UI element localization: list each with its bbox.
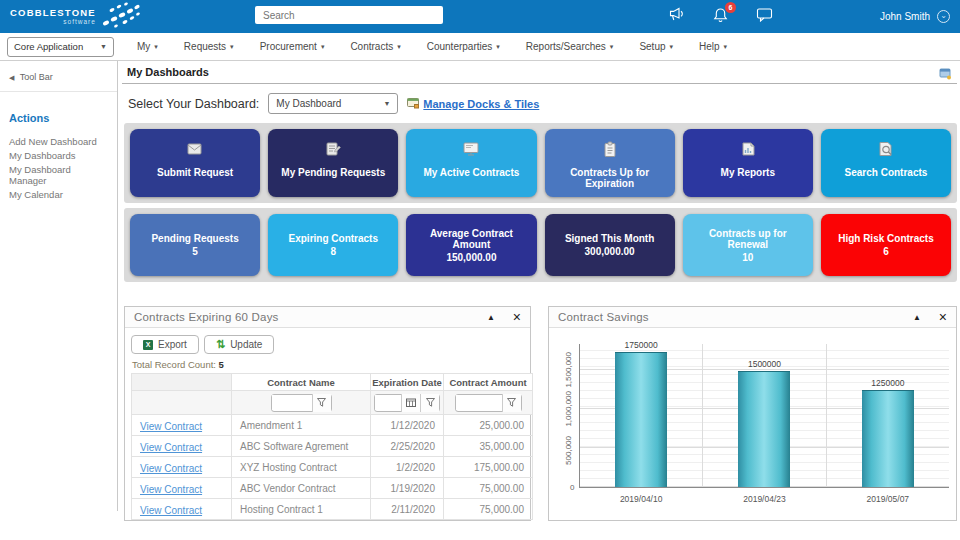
metric-value: 150,000.00 xyxy=(406,252,536,263)
export-button[interactable]: X Export xyxy=(131,335,199,354)
tile-search-contracts[interactable]: Search Contracts xyxy=(821,129,951,197)
bar-value-label: 1250000 xyxy=(871,378,904,388)
collapse-panel-icon[interactable]: ▲ xyxy=(913,313,921,322)
filter-icon[interactable] xyxy=(502,394,521,412)
tile-contracts-up-for-expiration[interactable]: Contracts Up for Expiration xyxy=(545,129,675,197)
chart-category: 1750000 2019/04/10 xyxy=(580,344,702,487)
tile-contracts-up-for-renewal[interactable]: Contracts up for Renewal 10 xyxy=(683,214,813,276)
contract-name-cell: Hosting Contract 1 xyxy=(232,499,371,520)
sidebar-item-my-calendar[interactable]: My Calendar xyxy=(0,187,117,201)
chart-bar[interactable]: 1750000 xyxy=(615,352,667,487)
tile-signed-this-month[interactable]: Signed This Month 300,000.00 xyxy=(545,214,675,276)
dashboard-select-label: Select Your Dashboard: xyxy=(128,97,259,111)
expiration-date-cell: 1/12/2020 xyxy=(371,415,444,436)
collapse-left-icon: ◀ xyxy=(9,74,14,81)
view-contract-link[interactable]: View Contract xyxy=(140,442,202,453)
contract-name-filter-input[interactable] xyxy=(272,395,312,410)
sidebar: ◀ Tool Bar Actions Add New Dashboard My … xyxy=(0,61,118,511)
tile-average-contract-amount[interactable]: Average Contract Amount 150,000.00 xyxy=(406,214,536,276)
search-input[interactable] xyxy=(255,6,443,24)
chart-bar[interactable]: 1250000 xyxy=(862,390,914,487)
expiration-date-cell: 2/11/2020 xyxy=(371,499,444,520)
expiration-date-cell: 2/25/2020 xyxy=(371,436,444,457)
update-button[interactable]: ⇅ Update xyxy=(204,335,274,354)
y-axis-zero: 0 xyxy=(570,483,574,492)
total-record-count-label: Total Record Count: xyxy=(132,359,216,370)
sidebar-item-add-new-dashboard[interactable]: Add New Dashboard xyxy=(0,134,117,148)
table-row: View Contract Amendment 1 1/12/2020 25,0… xyxy=(132,415,533,436)
announcements-icon[interactable] xyxy=(668,7,685,26)
menu-item-help[interactable]: Help▾ xyxy=(686,41,740,52)
menu-item-procurement[interactable]: Procurement▾ xyxy=(247,41,338,52)
menu-item-my[interactable]: My▾ xyxy=(124,41,171,52)
view-contract-link[interactable]: View Contract xyxy=(140,484,202,495)
sidebar-item-my-dashboard-manager[interactable]: My Dashboard Manager xyxy=(0,162,117,187)
manage-docks-tiles-link[interactable]: Manage Docks & Tiles xyxy=(423,98,539,110)
view-contract-link[interactable]: View Contract xyxy=(140,463,202,474)
column-header-contract-name[interactable]: Contract Name xyxy=(232,374,371,391)
tile-pending-requests-count[interactable]: Pending Requests 5 xyxy=(130,214,260,276)
tile-my-active-contracts[interactable]: My Active Contracts xyxy=(406,129,536,197)
refresh-icon: ⇅ xyxy=(216,339,225,350)
menu-item-counterparties[interactable]: Counterparties▾ xyxy=(414,41,513,52)
close-panel-icon[interactable]: × xyxy=(513,310,521,324)
menu-item-setup[interactable]: Setup▾ xyxy=(626,41,686,52)
user-chevron-down-icon: ⌄ xyxy=(937,10,950,23)
table-row: View Contract ABC Vendor Contract 1/19/2… xyxy=(132,478,533,499)
tile-my-pending-requests[interactable]: My Pending Requests xyxy=(268,129,398,197)
filter-icon[interactable] xyxy=(312,394,331,412)
chart-bar[interactable]: 1500000 xyxy=(738,371,790,487)
toolbar-collapse[interactable]: ◀ Tool Bar xyxy=(0,70,117,92)
column-header-contract-amount[interactable]: Contract Amount xyxy=(444,374,533,391)
application-select[interactable]: Core Application ▼ xyxy=(7,37,114,57)
user-menu[interactable]: John Smith ⌄ xyxy=(880,0,950,33)
contract-amount-cell: 25,000.00 xyxy=(444,415,533,436)
bar-value-label: 1750000 xyxy=(625,340,658,350)
chevron-down-icon: ▾ xyxy=(230,43,234,51)
contract-amount-filter-input[interactable] xyxy=(456,395,502,410)
messages-icon[interactable] xyxy=(756,7,773,26)
tile-expiring-contracts-count[interactable]: Expiring Contracts 8 xyxy=(268,214,398,276)
actions-heading: Actions xyxy=(0,92,117,134)
menu-item-reports-searches[interactable]: Reports/Searches▾ xyxy=(513,41,627,52)
main-content: My Dashboards Select Your Dashboard: My … xyxy=(118,61,960,511)
chevron-down-icon: ▾ xyxy=(496,43,500,51)
contract-name-cell: ABC Vendor Contract xyxy=(232,478,371,499)
contract-name-cell: ABC Software Agrement xyxy=(232,436,371,457)
application-select-value: Core Application xyxy=(14,41,83,52)
chevron-down-icon: ▾ xyxy=(724,43,728,51)
active-contracts-icon xyxy=(406,140,536,158)
filter-icon[interactable] xyxy=(420,394,439,412)
panel-settings-icon[interactable] xyxy=(939,66,952,84)
table-row: View Contract XYZ Hosting Contract 1/2/2… xyxy=(132,457,533,478)
expiration-date-cell: 1/2/2020 xyxy=(371,457,444,478)
tile-my-reports[interactable]: My Reports xyxy=(683,129,813,197)
chevron-down-icon: ▾ xyxy=(154,43,158,51)
expiration-date-filter-input[interactable] xyxy=(375,395,401,410)
expiration-date-cell: 1/19/2020 xyxy=(371,478,444,499)
column-header-expiration-date[interactable]: Expiration Date xyxy=(371,374,444,391)
metric-value: 10 xyxy=(683,252,813,263)
contract-name-cell: XYZ Hosting Contract xyxy=(232,457,371,478)
menu-item-contracts[interactable]: Contracts▾ xyxy=(337,41,413,52)
close-panel-icon[interactable]: × xyxy=(939,310,947,324)
tile-submit-request[interactable]: Submit Request xyxy=(130,129,260,197)
collapse-panel-icon[interactable]: ▲ xyxy=(487,313,495,322)
notifications-icon[interactable]: 6 xyxy=(713,7,728,27)
view-contract-link[interactable]: View Contract xyxy=(140,505,202,516)
page-title: My Dashboards xyxy=(127,66,209,78)
search-contracts-icon xyxy=(821,140,951,158)
bar-value-label: 1500000 xyxy=(748,359,781,369)
calendar-icon[interactable] xyxy=(401,394,420,412)
manage-docks-icon xyxy=(407,95,419,113)
view-contract-link[interactable]: View Contract xyxy=(140,421,202,432)
table-row: View Contract ABC Software Agrement 2/25… xyxy=(132,436,533,457)
chevron-down-icon: ▾ xyxy=(670,43,674,51)
tile-high-risk-contracts[interactable]: High Risk Contracts 6 xyxy=(821,214,951,276)
dashboard-select[interactable]: My Dashboard ▼ xyxy=(268,93,398,114)
chart-category: 1500000 2019/04/23 xyxy=(702,344,825,487)
sidebar-item-my-dashboards[interactable]: My Dashboards xyxy=(0,148,117,162)
dashboard-dock-buttons: Submit Request My Pending Requests My Ac… xyxy=(124,123,957,203)
contract-amount-cell: 175,000.00 xyxy=(444,457,533,478)
menu-item-requests[interactable]: Requests▾ xyxy=(171,41,247,52)
